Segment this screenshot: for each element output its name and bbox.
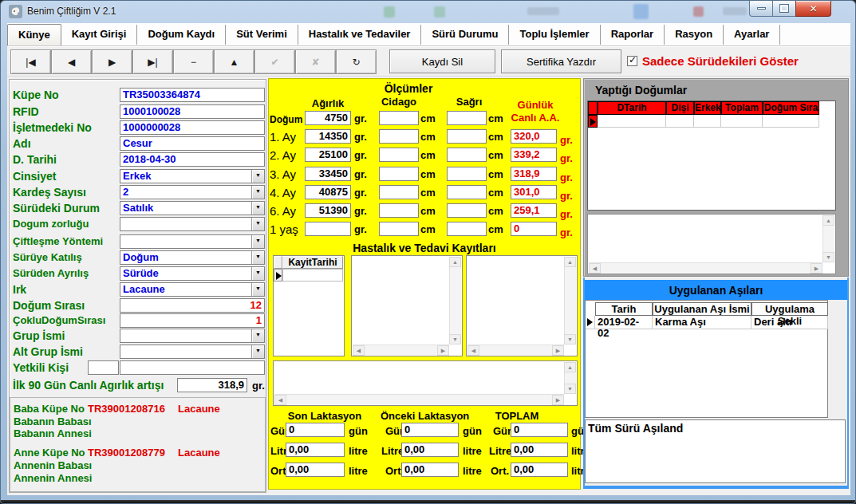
- chevron-down-icon[interactable]: [251, 186, 264, 199]
- chevron-down-icon[interactable]: [251, 283, 264, 296]
- yetkili-kisi-code-input[interactable]: [88, 360, 119, 375]
- vertical-scrollbar[interactable]: [564, 257, 576, 345]
- horizontal-scrollbar[interactable]: [353, 345, 449, 355]
- tab-ayarlar[interactable]: Ayarlar: [724, 25, 780, 45]
- print-certificate-button[interactable]: Sertifika Yazdır: [501, 49, 621, 73]
- vertical-scrollbar[interactable]: [564, 362, 576, 394]
- scroll-up-icon[interactable]: [449, 257, 461, 267]
- d-tarihi-input[interactable]: 2018-04-30: [120, 152, 265, 167]
- tab-rasyon[interactable]: Rasyon: [665, 25, 724, 45]
- births-column-dtarih[interactable]: DTarih: [598, 101, 666, 115]
- scroll-right-icon[interactable]: [552, 345, 564, 356]
- chevron-down-icon[interactable]: [251, 345, 264, 358]
- weight-input-1ay[interactable]: 14350: [305, 129, 351, 144]
- vaccine-date-cell[interactable]: 2019-02-02: [595, 316, 653, 329]
- cidago-input-4ay[interactable]: [379, 185, 419, 199]
- irk-select[interactable]: Lacaune: [120, 282, 265, 297]
- scroll-right-icon[interactable]: [552, 395, 564, 405]
- horizontal-scrollbar[interactable]: [274, 394, 564, 404]
- births-table[interactable]: DTarih Dişi Erkek Toplam Doğum Sıra: [587, 100, 836, 211]
- chevron-down-icon[interactable]: [251, 170, 264, 183]
- nav-last-button[interactable]: ▶|: [132, 49, 173, 74]
- vaccines-column-asi-ismi[interactable]: Uygulanan Aşı İsmi: [653, 302, 751, 316]
- births-cell[interactable]: [694, 115, 721, 128]
- scroll-down-icon[interactable]: [449, 334, 461, 345]
- cidago-input-6ay[interactable]: [379, 203, 419, 218]
- vaccine-method-cell[interactable]: Deri altı: [751, 316, 828, 329]
- ciftlesme-yontemi-select[interactable]: [120, 234, 265, 249]
- weight-input-4ay[interactable]: 40875: [305, 185, 351, 199]
- scroll-down-icon[interactable]: [822, 252, 834, 262]
- weight-input-dogum[interactable]: 4750: [305, 111, 351, 125]
- previous-lactation-litres-input[interactable]: 0,00: [401, 443, 459, 457]
- cidago-input-1yas[interactable]: [379, 222, 419, 236]
- vertical-scrollbar[interactable]: [822, 215, 834, 262]
- ilk90-input[interactable]: 318,9: [177, 378, 247, 392]
- daily-gain-input-4ay[interactable]: 301,0: [511, 185, 557, 199]
- surudeki-durum-select[interactable]: Satılık: [120, 201, 265, 215]
- rfid-input[interactable]: 1000100028: [120, 104, 265, 119]
- weight-input-1yas[interactable]: [305, 222, 351, 236]
- vertical-scrollbar[interactable]: [449, 257, 461, 345]
- vaccines-column-tarih[interactable]: Tarih: [595, 302, 653, 316]
- cinsiyet-select[interactable]: Erkek: [120, 169, 265, 183]
- tab-suru-durumu[interactable]: Sürü Durumu: [421, 25, 509, 45]
- kupe-no-input[interactable]: TR35003364874: [120, 88, 265, 102]
- total-lactation-days-input[interactable]: 0: [511, 423, 568, 437]
- chevron-down-icon[interactable]: [251, 218, 264, 230]
- scroll-up-icon[interactable]: [564, 362, 576, 372]
- total-lactation-avg-input[interactable]: 0,00: [511, 463, 568, 477]
- chevron-down-icon[interactable]: [251, 267, 264, 280]
- chevron-down-icon[interactable]: [251, 235, 264, 248]
- kardes-sayisi-select[interactable]: 2: [120, 185, 265, 199]
- scroll-right-icon[interactable]: [437, 345, 449, 356]
- tab-hastalik-ve-tedaviler[interactable]: Hastalık ve Tedaviler: [298, 25, 422, 45]
- nav-next-button[interactable]: ▶: [92, 49, 132, 74]
- delete-record-button[interactable]: Kaydı Sil: [389, 49, 495, 73]
- scroll-left-icon[interactable]: [467, 345, 479, 356]
- yetkili-kisi-input[interactable]: [120, 360, 265, 375]
- tab-dogum-kaydi[interactable]: Doğum Kaydı: [137, 25, 226, 45]
- sagri-input-3ay[interactable]: [447, 167, 487, 181]
- suruden-ayrilis-select[interactable]: Sürüde: [120, 266, 265, 281]
- daily-gain-input-3ay[interactable]: 318,9: [511, 167, 557, 181]
- tab-toplu-islemler[interactable]: Toplu İşlemler: [509, 25, 600, 45]
- suruye-katilis-select[interactable]: Doğum: [120, 250, 265, 265]
- scroll-down-icon[interactable]: [564, 384, 576, 394]
- health-records-grid[interactable]: KayitTarihi: [273, 255, 345, 356]
- nav-refresh-button[interactable]: ↻: [336, 49, 377, 74]
- births-column-toplam[interactable]: Toplam: [721, 101, 763, 115]
- alt-grup-ismi-select[interactable]: [120, 345, 265, 359]
- chevron-down-icon[interactable]: [251, 251, 264, 264]
- weight-input-6ay[interactable]: 51390: [305, 203, 351, 218]
- nav-cancel-button[interactable]: ✘: [295, 49, 336, 74]
- scroll-left-icon[interactable]: [589, 263, 601, 274]
- nav-edit-button[interactable]: ▲: [214, 49, 254, 74]
- scroll-left-icon[interactable]: [353, 345, 365, 356]
- nav-post-button[interactable]: ✔: [254, 49, 295, 74]
- previous-lactation-avg-input[interactable]: 0,00: [401, 463, 459, 477]
- health-list-2[interactable]: [466, 255, 578, 356]
- maximize-button[interactable]: [773, 1, 795, 17]
- daily-gain-input-1ay[interactable]: 320,0: [511, 129, 557, 144]
- sagri-input-dogum[interactable]: [447, 111, 487, 125]
- health-notes-box[interactable]: [273, 360, 578, 406]
- cidago-input-1ay[interactable]: [379, 129, 419, 144]
- previous-lactation-days-input[interactable]: 0: [401, 423, 459, 437]
- last-lactation-litres-input[interactable]: 0,00: [286, 443, 345, 457]
- tab-sut-verimi[interactable]: Süt Verimi: [226, 25, 298, 45]
- nav-first-button[interactable]: |◀: [10, 49, 51, 74]
- chevron-down-icon[interactable]: [251, 202, 264, 215]
- isletme-no-input[interactable]: 1000000028: [120, 120, 265, 135]
- births-cell[interactable]: [666, 115, 694, 128]
- cidago-input-dogum[interactable]: [379, 111, 419, 125]
- daily-gain-input-2ay[interactable]: 339,2: [511, 148, 557, 162]
- scroll-down-icon[interactable]: [564, 334, 576, 345]
- grid-empty-cell[interactable]: [282, 269, 343, 282]
- sagri-input-6ay[interactable]: [447, 203, 487, 218]
- births-cell[interactable]: [721, 115, 763, 128]
- births-column-erkek[interactable]: Erkek: [694, 101, 721, 115]
- nav-delete-button[interactable]: −: [173, 49, 214, 74]
- dogum-sirasi-input[interactable]: 12: [120, 298, 265, 313]
- births-notes-box[interactable]: [587, 214, 836, 274]
